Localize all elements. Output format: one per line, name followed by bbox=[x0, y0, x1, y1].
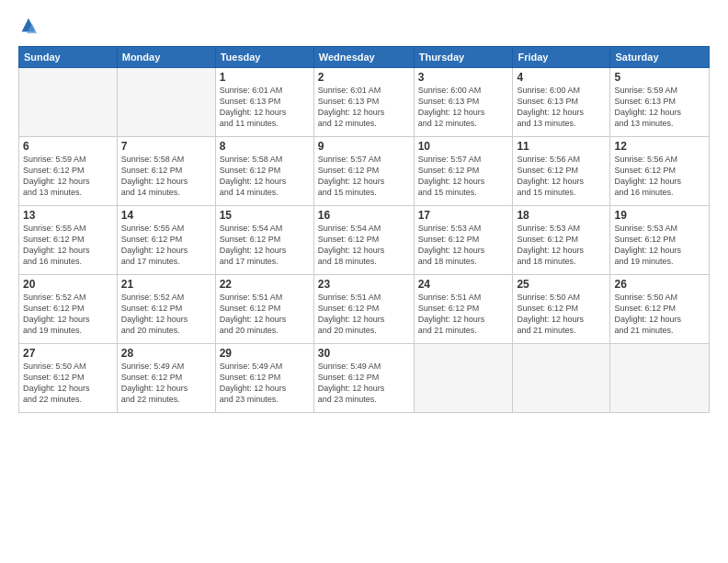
calendar-cell: 18Sunrise: 5:53 AM Sunset: 6:12 PM Dayli… bbox=[513, 206, 610, 275]
day-info: Sunrise: 5:57 AM Sunset: 6:12 PM Dayligh… bbox=[418, 154, 509, 199]
day-number: 19 bbox=[614, 209, 705, 222]
day-info: Sunrise: 5:53 AM Sunset: 6:12 PM Dayligh… bbox=[614, 223, 705, 268]
day-info: Sunrise: 5:52 AM Sunset: 6:12 PM Dayligh… bbox=[23, 292, 113, 337]
day-info: Sunrise: 5:56 AM Sunset: 6:12 PM Dayligh… bbox=[517, 154, 606, 199]
day-number: 12 bbox=[614, 140, 705, 153]
calendar-cell: 23Sunrise: 5:51 AM Sunset: 6:12 PM Dayli… bbox=[313, 275, 414, 344]
calendar-cell: 24Sunrise: 5:51 AM Sunset: 6:12 PM Dayli… bbox=[414, 275, 513, 344]
day-info: Sunrise: 5:50 AM Sunset: 6:12 PM Dayligh… bbox=[23, 361, 113, 406]
day-info: Sunrise: 5:58 AM Sunset: 6:12 PM Dayligh… bbox=[220, 154, 310, 199]
day-number: 10 bbox=[418, 140, 509, 153]
calendar-cell: 30Sunrise: 5:49 AM Sunset: 6:12 PM Dayli… bbox=[313, 344, 414, 413]
day-number: 27 bbox=[23, 347, 113, 360]
day-info: Sunrise: 5:50 AM Sunset: 6:12 PM Dayligh… bbox=[614, 292, 705, 337]
day-info: Sunrise: 5:55 AM Sunset: 6:12 PM Dayligh… bbox=[23, 223, 113, 268]
logo-icon bbox=[18, 17, 39, 37]
day-info: Sunrise: 5:51 AM Sunset: 6:12 PM Dayligh… bbox=[220, 292, 310, 337]
calendar-cell: 19Sunrise: 5:53 AM Sunset: 6:12 PM Dayli… bbox=[610, 206, 710, 275]
day-number: 2 bbox=[318, 71, 410, 84]
calendar-cell: 21Sunrise: 5:52 AM Sunset: 6:12 PM Dayli… bbox=[117, 275, 215, 344]
calendar-cell bbox=[117, 68, 215, 137]
calendar-cell: 11Sunrise: 5:56 AM Sunset: 6:12 PM Dayli… bbox=[513, 137, 610, 206]
day-number: 13 bbox=[23, 209, 113, 222]
day-number: 23 bbox=[318, 278, 410, 291]
calendar-cell: 26Sunrise: 5:50 AM Sunset: 6:12 PM Dayli… bbox=[610, 275, 710, 344]
calendar-cell bbox=[19, 68, 118, 137]
header bbox=[18, 17, 710, 37]
calendar-week-row: 27Sunrise: 5:50 AM Sunset: 6:12 PM Dayli… bbox=[19, 344, 710, 413]
day-number: 26 bbox=[614, 278, 705, 291]
calendar-cell: 1Sunrise: 6:01 AM Sunset: 6:13 PM Daylig… bbox=[215, 68, 313, 137]
day-info: Sunrise: 5:57 AM Sunset: 6:12 PM Dayligh… bbox=[318, 154, 410, 199]
day-info: Sunrise: 5:52 AM Sunset: 6:12 PM Dayligh… bbox=[121, 292, 211, 337]
day-number: 17 bbox=[418, 209, 509, 222]
calendar-cell bbox=[513, 344, 610, 413]
page: SundayMondayTuesdayWednesdayThursdayFrid… bbox=[0, 0, 728, 563]
day-info: Sunrise: 5:53 AM Sunset: 6:12 PM Dayligh… bbox=[517, 223, 606, 268]
day-info: Sunrise: 5:55 AM Sunset: 6:12 PM Dayligh… bbox=[121, 223, 211, 268]
day-number: 5 bbox=[614, 71, 705, 84]
day-number: 4 bbox=[517, 71, 606, 84]
calendar-cell: 4Sunrise: 6:00 AM Sunset: 6:13 PM Daylig… bbox=[513, 68, 610, 137]
day-info: Sunrise: 5:59 AM Sunset: 6:12 PM Dayligh… bbox=[23, 154, 113, 199]
day-number: 21 bbox=[121, 278, 211, 291]
day-info: Sunrise: 6:01 AM Sunset: 6:13 PM Dayligh… bbox=[220, 85, 310, 130]
day-number: 14 bbox=[121, 209, 211, 222]
calendar-table: SundayMondayTuesdayWednesdayThursdayFrid… bbox=[18, 46, 710, 413]
day-number: 24 bbox=[418, 278, 509, 291]
calendar-header-thursday: Thursday bbox=[414, 47, 513, 68]
calendar-cell: 3Sunrise: 6:00 AM Sunset: 6:13 PM Daylig… bbox=[414, 68, 513, 137]
day-number: 20 bbox=[23, 278, 113, 291]
calendar-cell: 22Sunrise: 5:51 AM Sunset: 6:12 PM Dayli… bbox=[215, 275, 313, 344]
calendar-cell: 17Sunrise: 5:53 AM Sunset: 6:12 PM Dayli… bbox=[414, 206, 513, 275]
day-info: Sunrise: 5:59 AM Sunset: 6:13 PM Dayligh… bbox=[614, 85, 705, 130]
calendar-header-tuesday: Tuesday bbox=[215, 47, 313, 68]
calendar-week-row: 20Sunrise: 5:52 AM Sunset: 6:12 PM Dayli… bbox=[19, 275, 710, 344]
day-number: 16 bbox=[318, 209, 410, 222]
day-info: Sunrise: 5:49 AM Sunset: 6:12 PM Dayligh… bbox=[220, 361, 310, 406]
calendar-cell: 15Sunrise: 5:54 AM Sunset: 6:12 PM Dayli… bbox=[215, 206, 313, 275]
calendar-cell: 7Sunrise: 5:58 AM Sunset: 6:12 PM Daylig… bbox=[117, 137, 215, 206]
day-number: 6 bbox=[23, 140, 113, 153]
day-number: 28 bbox=[121, 347, 211, 360]
day-number: 8 bbox=[220, 140, 310, 153]
day-info: Sunrise: 5:51 AM Sunset: 6:12 PM Dayligh… bbox=[318, 292, 410, 337]
calendar-header-row: SundayMondayTuesdayWednesdayThursdayFrid… bbox=[19, 47, 710, 68]
day-info: Sunrise: 6:00 AM Sunset: 6:13 PM Dayligh… bbox=[418, 85, 509, 130]
calendar-cell: 16Sunrise: 5:54 AM Sunset: 6:12 PM Dayli… bbox=[313, 206, 414, 275]
calendar-cell: 14Sunrise: 5:55 AM Sunset: 6:12 PM Dayli… bbox=[117, 206, 215, 275]
day-number: 11 bbox=[517, 140, 606, 153]
day-number: 1 bbox=[220, 71, 310, 84]
calendar-cell: 5Sunrise: 5:59 AM Sunset: 6:13 PM Daylig… bbox=[610, 68, 710, 137]
day-info: Sunrise: 6:00 AM Sunset: 6:13 PM Dayligh… bbox=[517, 85, 606, 130]
calendar-cell: 10Sunrise: 5:57 AM Sunset: 6:12 PM Dayli… bbox=[414, 137, 513, 206]
calendar-cell: 25Sunrise: 5:50 AM Sunset: 6:12 PM Dayli… bbox=[513, 275, 610, 344]
day-number: 25 bbox=[517, 278, 606, 291]
day-number: 3 bbox=[418, 71, 509, 84]
day-number: 15 bbox=[220, 209, 310, 222]
calendar-header-wednesday: Wednesday bbox=[313, 47, 414, 68]
day-number: 29 bbox=[220, 347, 310, 360]
day-info: Sunrise: 5:53 AM Sunset: 6:12 PM Dayligh… bbox=[418, 223, 509, 268]
logo bbox=[18, 17, 42, 37]
calendar-week-row: 1Sunrise: 6:01 AM Sunset: 6:13 PM Daylig… bbox=[19, 68, 710, 137]
day-number: 30 bbox=[318, 347, 410, 360]
day-info: Sunrise: 5:49 AM Sunset: 6:12 PM Dayligh… bbox=[318, 361, 410, 406]
day-number: 18 bbox=[517, 209, 606, 222]
calendar-cell: 2Sunrise: 6:01 AM Sunset: 6:13 PM Daylig… bbox=[313, 68, 414, 137]
day-info: Sunrise: 5:51 AM Sunset: 6:12 PM Dayligh… bbox=[418, 292, 509, 337]
calendar-header-saturday: Saturday bbox=[610, 47, 710, 68]
day-info: Sunrise: 5:54 AM Sunset: 6:12 PM Dayligh… bbox=[318, 223, 410, 268]
day-info: Sunrise: 5:49 AM Sunset: 6:12 PM Dayligh… bbox=[121, 361, 211, 406]
calendar-cell: 13Sunrise: 5:55 AM Sunset: 6:12 PM Dayli… bbox=[19, 206, 118, 275]
calendar-week-row: 6Sunrise: 5:59 AM Sunset: 6:12 PM Daylig… bbox=[19, 137, 710, 206]
day-number: 7 bbox=[121, 140, 211, 153]
day-info: Sunrise: 5:58 AM Sunset: 6:12 PM Dayligh… bbox=[121, 154, 211, 199]
calendar-cell: 20Sunrise: 5:52 AM Sunset: 6:12 PM Dayli… bbox=[19, 275, 118, 344]
calendar-cell: 29Sunrise: 5:49 AM Sunset: 6:12 PM Dayli… bbox=[215, 344, 313, 413]
calendar-header-sunday: Sunday bbox=[19, 47, 118, 68]
calendar-cell: 27Sunrise: 5:50 AM Sunset: 6:12 PM Dayli… bbox=[19, 344, 118, 413]
day-info: Sunrise: 5:50 AM Sunset: 6:12 PM Dayligh… bbox=[517, 292, 606, 337]
day-number: 22 bbox=[220, 278, 310, 291]
calendar-cell: 28Sunrise: 5:49 AM Sunset: 6:12 PM Dayli… bbox=[117, 344, 215, 413]
